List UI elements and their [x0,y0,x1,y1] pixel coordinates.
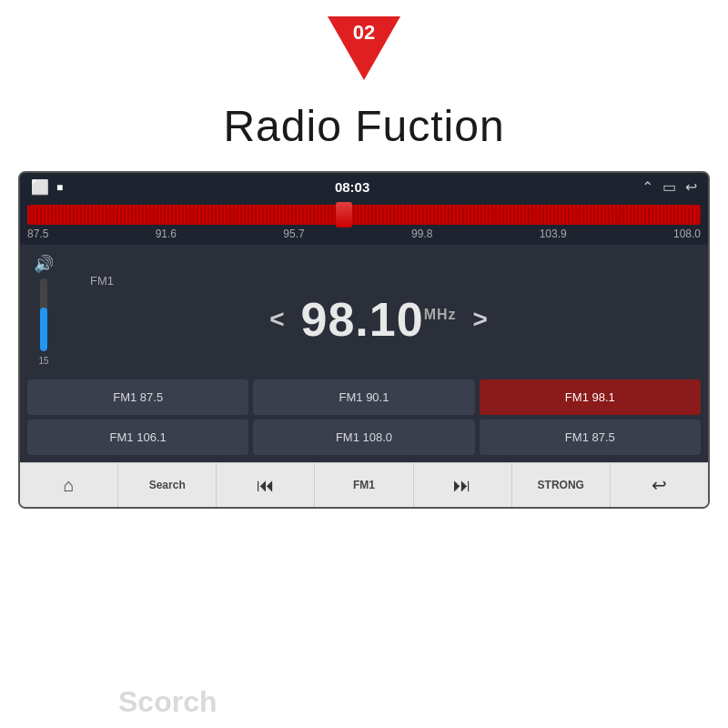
status-right: ⌃ ▭ ↩ [642,178,697,196]
freq-thumb[interactable] [336,202,352,228]
freq-label-1: 91.6 [156,228,177,240]
status-bar: ⬜ ■ 08:03 ⌃ ▭ ↩ [20,173,708,201]
band-label-btn: FM1 [353,479,375,491]
home-button[interactable]: ⌂ [20,463,118,507]
search-label: Search [149,479,186,491]
freq-label-4: 103.9 [540,228,567,240]
preset-0[interactable]: FM1 87.5 [27,379,248,415]
freq-next-arrow[interactable]: > [473,305,488,334]
preset-4[interactable]: FM1 108.0 [253,420,474,455]
freq-number: 98.10MHz [300,292,456,347]
window-icon[interactable]: ▭ [662,178,676,196]
device-screen: ⬜ ■ 08:03 ⌃ ▭ ↩ 87.5 91.6 95.7 99.8 103.… [18,171,710,509]
signal-icon: ■ [56,181,63,194]
notification-icon: ⬜ [31,178,49,196]
expand-icon[interactable]: ⌃ [642,178,653,196]
preset-5[interactable]: FM1 87.5 [480,420,701,455]
strong-label: STRONG [538,479,584,491]
freq-bar-container[interactable]: 87.5 91.6 95.7 99.8 103.9 108.0 [20,201,708,245]
volume-label: 15 [38,356,48,366]
volume-icon: 🔊 [34,254,54,274]
freq-value: 98.10 [300,293,423,346]
next-button[interactable]: ⏭ [414,463,512,507]
prev-icon: ⏮ [257,475,275,496]
band-button[interactable]: FM1 [315,463,413,507]
home-icon: ⌂ [64,475,75,496]
status-left: ⬜ ■ [31,178,63,196]
freq-unit: MHz [424,306,457,321]
freq-label-0: 87.5 [27,228,48,240]
back-icon: ↩ [652,474,667,496]
freq-label-5: 108.0 [673,228,701,240]
badge-container: 02 [0,0,728,80]
volume-control[interactable]: 🔊 15 [34,254,54,366]
back-button[interactable]: ↩ [611,463,708,507]
bottom-nav: ⌂ Search ⏮ FM1 ⏭ STRONG ↩ [20,462,708,507]
preset-1[interactable]: FM1 90.1 [253,379,474,415]
preset-3[interactable]: FM1 106.1 [27,420,248,455]
freq-slider-track[interactable] [27,205,701,225]
badge-number: 02 [348,21,380,45]
preset-2[interactable]: FM1 98.1 [480,379,701,415]
presets-grid: FM1 87.5 FM1 90.1 FM1 98.1 FM1 106.1 FM1… [20,379,708,462]
freq-label-2: 95.7 [283,228,304,240]
status-time: 08:03 [335,179,369,195]
prev-button[interactable]: ⏮ [217,463,315,507]
volume-fill [40,308,47,351]
watermark: Scorch [118,685,217,719]
volume-slider[interactable] [40,278,47,351]
page-title: Radio Fuction [0,85,728,171]
freq-display: FM1 < 98.10MHz > [63,274,694,347]
next-icon: ⏭ [453,475,471,496]
radio-main: 🔊 15 FM1 < 98.10MHz > [20,245,708,379]
freq-labels: 87.5 91.6 95.7 99.8 103.9 108.0 [27,225,701,243]
freq-nav: < 98.10MHz > [63,292,694,347]
freq-label-3: 99.8 [411,228,432,240]
search-button[interactable]: Search [118,463,217,507]
freq-prev-arrow[interactable]: < [269,305,284,334]
back-nav-icon[interactable]: ↩ [685,178,697,196]
strong-button[interactable]: STRONG [512,463,611,507]
band-label: FM1 [90,274,694,288]
badge-triangle: 02 [328,16,400,80]
